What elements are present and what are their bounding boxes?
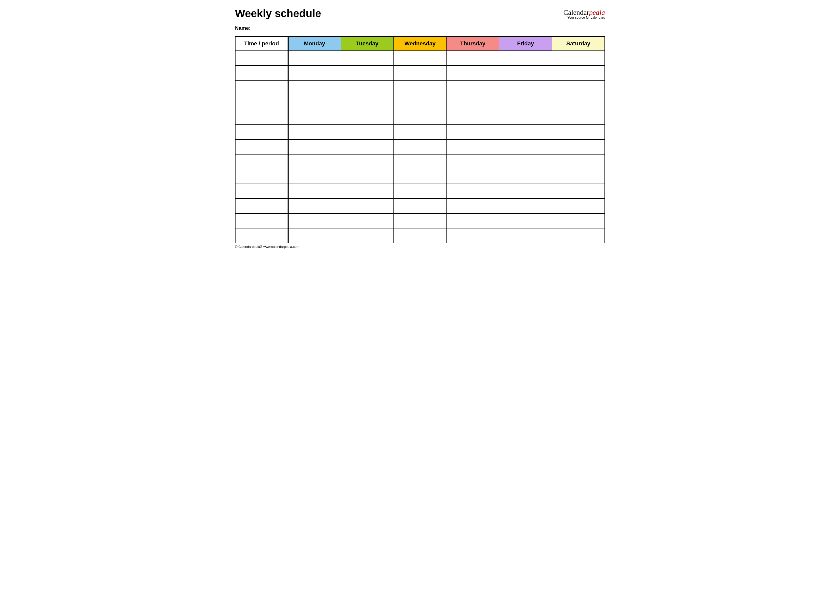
schedule-cell[interactable] (394, 51, 447, 66)
schedule-cell[interactable] (552, 228, 605, 243)
schedule-cell[interactable] (341, 199, 394, 213)
schedule-cell[interactable] (288, 213, 341, 228)
schedule-cell[interactable] (341, 110, 394, 125)
schedule-cell[interactable] (288, 154, 341, 169)
time-cell[interactable] (235, 169, 288, 184)
schedule-cell[interactable] (499, 51, 552, 66)
schedule-cell[interactable] (288, 228, 341, 243)
schedule-cell[interactable] (394, 169, 447, 184)
schedule-cell[interactable] (499, 184, 552, 199)
schedule-cell[interactable] (552, 213, 605, 228)
schedule-cell[interactable] (394, 184, 447, 199)
footer-copyright: © Calendarpedia® www.calendarpedia.com (235, 245, 605, 249)
schedule-cell[interactable] (499, 169, 552, 184)
schedule-cell[interactable] (552, 125, 605, 139)
schedule-cell[interactable] (394, 213, 447, 228)
schedule-cell[interactable] (288, 51, 341, 66)
time-cell[interactable] (235, 66, 288, 80)
schedule-cell[interactable] (552, 184, 605, 199)
schedule-cell[interactable] (552, 66, 605, 80)
schedule-cell[interactable] (288, 110, 341, 125)
schedule-cell[interactable] (341, 139, 394, 154)
schedule-cell[interactable] (446, 184, 499, 199)
schedule-cell[interactable] (394, 139, 447, 154)
schedule-cell[interactable] (394, 80, 447, 95)
schedule-cell[interactable] (552, 110, 605, 125)
schedule-cell[interactable] (341, 95, 394, 110)
time-cell[interactable] (235, 51, 288, 66)
schedule-cell[interactable] (552, 95, 605, 110)
schedule-cell[interactable] (446, 213, 499, 228)
schedule-cell[interactable] (446, 95, 499, 110)
schedule-cell[interactable] (552, 199, 605, 213)
schedule-cell[interactable] (341, 154, 394, 169)
time-cell[interactable] (235, 139, 288, 154)
schedule-cell[interactable] (394, 228, 447, 243)
col-header-tuesday: Tuesday (341, 37, 394, 51)
table-row (235, 199, 605, 213)
schedule-cell[interactable] (552, 80, 605, 95)
time-cell[interactable] (235, 228, 288, 243)
schedule-cell[interactable] (341, 51, 394, 66)
schedule-cell[interactable] (499, 66, 552, 80)
schedule-cell[interactable] (499, 154, 552, 169)
schedule-cell[interactable] (446, 199, 499, 213)
time-cell[interactable] (235, 199, 288, 213)
schedule-cell[interactable] (446, 110, 499, 125)
col-header-time: Time / period (235, 37, 288, 51)
time-cell[interactable] (235, 184, 288, 199)
schedule-cell[interactable] (341, 80, 394, 95)
schedule-cell[interactable] (446, 80, 499, 95)
schedule-cell[interactable] (446, 66, 499, 80)
schedule-cell[interactable] (552, 139, 605, 154)
schedule-cell[interactable] (499, 95, 552, 110)
schedule-cell[interactable] (446, 125, 499, 139)
schedule-cell[interactable] (446, 139, 499, 154)
schedule-cell[interactable] (288, 169, 341, 184)
schedule-cell[interactable] (341, 169, 394, 184)
time-cell[interactable] (235, 80, 288, 95)
col-header-friday: Friday (499, 37, 552, 51)
schedule-cell[interactable] (394, 95, 447, 110)
schedule-cell[interactable] (552, 169, 605, 184)
schedule-cell[interactable] (288, 184, 341, 199)
schedule-cell[interactable] (394, 66, 447, 80)
time-cell[interactable] (235, 154, 288, 169)
schedule-cell[interactable] (499, 110, 552, 125)
schedule-cell[interactable] (446, 154, 499, 169)
schedule-cell[interactable] (499, 80, 552, 95)
time-cell[interactable] (235, 95, 288, 110)
schedule-cell[interactable] (499, 199, 552, 213)
schedule-cell[interactable] (288, 95, 341, 110)
schedule-cell[interactable] (394, 110, 447, 125)
schedule-cell[interactable] (446, 169, 499, 184)
schedule-cell[interactable] (288, 66, 341, 80)
schedule-cell[interactable] (288, 199, 341, 213)
schedule-cell[interactable] (288, 125, 341, 139)
schedule-cell[interactable] (341, 184, 394, 199)
time-cell[interactable] (235, 110, 288, 125)
table-row (235, 66, 605, 80)
schedule-cell[interactable] (552, 51, 605, 66)
schedule-cell[interactable] (341, 228, 394, 243)
schedule-cell[interactable] (499, 125, 552, 139)
time-cell[interactable] (235, 213, 288, 228)
schedule-cell[interactable] (446, 228, 499, 243)
time-cell[interactable] (235, 125, 288, 139)
schedule-cell[interactable] (394, 199, 447, 213)
schedule-cell[interactable] (394, 154, 447, 169)
table-body (235, 51, 605, 243)
schedule-cell[interactable] (341, 213, 394, 228)
schedule-cell[interactable] (288, 139, 341, 154)
schedule-cell[interactable] (499, 228, 552, 243)
schedule-cell[interactable] (499, 139, 552, 154)
schedule-cell[interactable] (552, 154, 605, 169)
table-row (235, 125, 605, 139)
schedule-cell[interactable] (288, 80, 341, 95)
schedule-cell[interactable] (499, 213, 552, 228)
schedule-cell[interactable] (341, 66, 394, 80)
col-header-monday: Monday (288, 37, 341, 51)
schedule-cell[interactable] (341, 125, 394, 139)
schedule-cell[interactable] (394, 125, 447, 139)
schedule-cell[interactable] (446, 51, 499, 66)
